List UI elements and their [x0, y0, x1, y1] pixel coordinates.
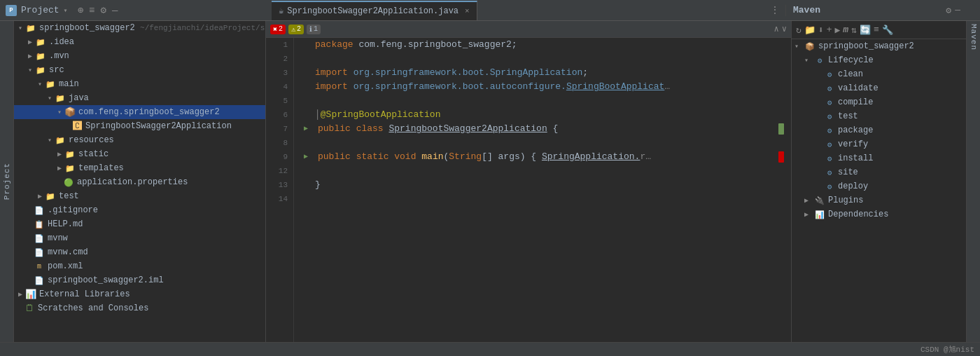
tree-gitignore[interactable]: 📄 .gitignore [14, 203, 265, 217]
maven-package[interactable]: ⚙ package [792, 123, 966, 137]
tree-static[interactable]: ▶ 📁 static [14, 147, 265, 161]
maven-wrench-icon[interactable]: 🔧 [882, 25, 893, 36]
mvndir-label: .mvn [49, 51, 69, 61]
right-strip[interactable]: Maven [966, 21, 980, 342]
mainclass-label: SpringbootSwagger2Application [85, 121, 232, 131]
maven-m-icon[interactable]: m [843, 25, 848, 35]
maven-deploy[interactable]: ⚙ deploy [792, 179, 966, 193]
install-label: install [838, 153, 873, 163]
dependencies-icon: 📊 [814, 209, 825, 220]
list-icon[interactable]: ≡ [89, 5, 94, 16]
maven-validate[interactable]: ⚙ validate [792, 81, 966, 95]
params: ( [444, 150, 449, 164]
maven-clean[interactable]: ⚙ clean [792, 67, 966, 81]
tree-resources[interactable]: ▾ 📁 resources [14, 133, 265, 147]
more-options-icon[interactable]: ⋮ [770, 4, 780, 16]
project-dropdown-arrow[interactable]: ▾ [64, 6, 68, 15]
error-count: 2 [279, 25, 283, 33]
tree-appprops[interactable]: 🟢 application.properties [14, 175, 265, 189]
maven-test[interactable]: ⚙ test [792, 109, 966, 123]
active-tab[interactable]: ☕ SpringbootSwagger2Application.java × [272, 1, 477, 20]
maven-sync-icon[interactable]: 🔄 [860, 25, 871, 36]
kw-public1: public [318, 122, 351, 136]
nav-up-icon[interactable]: ∧ [774, 24, 779, 34]
maven-dependencies[interactable]: ▶ 📊 Dependencies [792, 207, 966, 221]
tree-src[interactable]: ▾ 📁 src [14, 63, 265, 77]
kw-public2: public [318, 150, 351, 164]
tree-mvnw[interactable]: 📄 mvnw [14, 231, 265, 245]
idea-arrow: ▶ [25, 38, 35, 46]
maven-add-icon[interactable]: + [827, 25, 832, 35]
kw-static: static [356, 150, 389, 164]
class-name: SpringbootSwagger2Application [388, 122, 547, 136]
maven-site[interactable]: ⚙ site [792, 165, 966, 179]
minimize-icon[interactable]: — [112, 5, 118, 16]
tree-mvnwcmd[interactable]: 📄 mvnw.cmd [14, 245, 265, 259]
tree-templates[interactable]: ▶ 📁 templates [14, 161, 265, 175]
maven-sort-icon[interactable]: ⇅ [851, 25, 857, 36]
error-badge: ✖ 2 [270, 25, 286, 34]
line9-indicator [778, 151, 784, 163]
pkg-name: com.feng.springboot_swagger2 [358, 38, 511, 52]
tab-close-button[interactable]: × [465, 7, 470, 15]
maven-download-icon[interactable]: ⬇ [818, 25, 824, 36]
run-btn-7[interactable]: ▶ [301, 124, 311, 134]
tree-main[interactable]: ▾ 📁 main [14, 77, 265, 91]
tree-package[interactable]: ▾ 📦 com.feng.springboot_swagger2 [14, 105, 265, 119]
tree-extlibs[interactable]: ▶ 📊 External Libraries [14, 287, 265, 301]
maven-lifecycle[interactable]: ▾ ⚙ Lifecycle [792, 53, 966, 67]
project-strip-label: Project [3, 163, 11, 200]
tree-root[interactable]: ▾ 📁 springboot_swagger2 ~/fengjianchi/id… [14, 21, 265, 35]
package-label: com.feng.springboot_swagger2 [78, 107, 220, 117]
resources-label: resources [69, 135, 114, 145]
nav-down-icon[interactable]: ∨ [782, 24, 787, 34]
src-folder-icon: 📁 [35, 64, 46, 76]
maven-install[interactable]: ⚙ install [792, 151, 966, 165]
error-icon: ✖ [273, 25, 277, 34]
maven-verify[interactable]: ⚙ verify [792, 137, 966, 151]
annotation-springboot: @SpringBootApplication [321, 108, 441, 122]
plugins-label: Plugins [828, 196, 863, 205]
tree-java-dir[interactable]: ▾ 📁 java [14, 91, 265, 105]
tree-main-class[interactable]: 🅲 SpringbootSwagger2Application [14, 119, 265, 133]
maven-compile[interactable]: ⚙ compile [792, 95, 966, 109]
code-line-14 [301, 192, 784, 206]
maven-run-icon[interactable]: ▶ [834, 25, 840, 36]
maven-plugins[interactable]: ▶ 🔌 Plugins [792, 193, 966, 207]
settings-icon[interactable]: ⚙ [100, 4, 106, 16]
bottom-bar-text: CSDN @旭nist [920, 344, 974, 355]
code-content-area[interactable]: 1 2 3 4 5 6 7 8 9 12 13 14 package co [266, 38, 791, 342]
kw-package: package [315, 38, 354, 52]
maven-more-icon[interactable]: ≡ [874, 25, 879, 35]
warning-count: 2 [297, 25, 301, 33]
code-lines[interactable]: package com.feng.springboot_swagger2 ; i… [294, 38, 791, 342]
tree-mvn-dir[interactable]: ▶ 📁 .mvn [14, 49, 265, 63]
tree-test[interactable]: ▶ 📁 test [14, 189, 265, 203]
add-icon[interactable]: ⊕ [78, 4, 83, 16]
java-dir-arrow: ▾ [45, 94, 55, 102]
maven-top-icons: ⚙ — [946, 5, 960, 16]
main-area: Project ▾ 📁 springboot_swagger2 ~/fengji… [0, 21, 980, 342]
code-line-5 [301, 94, 784, 108]
project-sidebar-strip[interactable]: Project [0, 21, 14, 342]
maven-folder-icon[interactable]: 📁 [804, 25, 816, 36]
verify-icon: ⚙ [824, 139, 835, 150]
run-btn-9[interactable]: ▶ [301, 152, 311, 162]
validate-icon: ⚙ [824, 83, 835, 94]
tree-idea[interactable]: ▶ 📁 .idea [14, 35, 265, 49]
verify-label: verify [838, 139, 868, 149]
maven-minimize-icon[interactable]: — [955, 5, 960, 15]
clean-label: clean [838, 69, 863, 79]
maven-root[interactable]: ▾ 📦 springboot_swagger2 [792, 39, 966, 53]
code-line-12 [301, 164, 784, 178]
tree-pomxml[interactable]: m pom.xml [14, 259, 265, 273]
maven-refresh-icon[interactable]: ↻ [796, 25, 802, 36]
tree-scratches[interactable]: 🗒 Scratches and Consoles [14, 301, 265, 315]
tree-springiml[interactable]: 📄 springboot_swagger2.iml [14, 273, 265, 287]
warning-badge: ⚠ 2 [288, 25, 304, 34]
brace-close: } [315, 178, 321, 192]
code-line-9: ▶ public static void main ( String [] ar… [301, 150, 784, 164]
tree-helpmd[interactable]: 📋 HELP.md [14, 217, 265, 231]
code-line-4: import org.springframework.boot.autoconf… [301, 80, 784, 94]
maven-settings-icon[interactable]: ⚙ [946, 5, 951, 16]
